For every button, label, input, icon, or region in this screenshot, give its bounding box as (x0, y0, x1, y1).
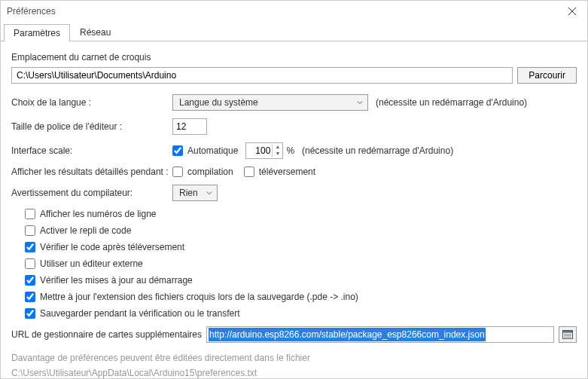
verbose-label: Afficher les résultats détaillés pendant… (11, 167, 172, 177)
language-select[interactable]: Langue du système (172, 94, 368, 111)
boards-url-value: http://arduino.esp8266.com/stable/packag… (209, 328, 486, 341)
window-title: Préférences (7, 6, 56, 17)
svg-rect-3 (563, 331, 573, 333)
close-button[interactable] (557, 1, 587, 22)
tab-settings[interactable]: Paramètres (4, 24, 70, 41)
scale-auto-checkbox[interactable]: Automatique (172, 145, 238, 156)
warnings-select[interactable]: Rien (172, 185, 218, 201)
spin-down-icon[interactable]: ▼ (273, 151, 282, 157)
scale-label: Interface scale: (11, 145, 172, 156)
sketchbook-label: Emplacement du carnet de croquis (11, 52, 577, 63)
footnote-line1: Davantage de préférences peuvent être éd… (11, 350, 577, 365)
check-codefold[interactable]: Activer le repli de code (25, 225, 577, 236)
chevron-down-icon (357, 99, 363, 105)
footnote-line2: C:\Users\Utilisateur\AppData\Local\Ardui… (11, 365, 577, 379)
check-linenumbers[interactable]: Afficher les numéros de ligne (25, 209, 577, 219)
warnings-label: Avertissement du compilateur: (11, 188, 172, 198)
browse-button[interactable]: Parcourir (517, 67, 577, 84)
chevron-down-icon (206, 190, 212, 196)
boards-url-label: URL de gestionnaire de cartes supplément… (11, 329, 202, 340)
language-hint: (nécessite un redémarrage d'Arduino) (376, 97, 527, 108)
scale-pct: % (286, 145, 294, 156)
tabs: Paramètres Réseau (1, 23, 587, 41)
language-value: Langue du système (179, 97, 258, 108)
scale-value-input[interactable] (246, 144, 272, 157)
check-save-verify[interactable]: Sauvegarder pendant la vérification ou l… (25, 308, 577, 319)
check-updates[interactable]: Vérifier les mises à jour au démarrage (25, 275, 577, 286)
boards-url-edit-button[interactable] (559, 326, 577, 343)
window-list-icon (562, 330, 573, 339)
scale-spinbox[interactable]: ▲▼ (245, 142, 283, 159)
fontsize-input[interactable] (172, 118, 207, 135)
check-verify-upload[interactable]: Vérifier le code après téléversement (25, 242, 577, 252)
spin-up-icon[interactable]: ▲ (273, 144, 282, 151)
verbose-compile-checkbox[interactable]: compilation (172, 167, 233, 177)
warnings-value: Rien (179, 188, 198, 198)
check-external-editor[interactable]: Utiliser un éditeur externe (25, 258, 577, 269)
fontsize-label: Taille de police de l'éditeur : (11, 121, 172, 132)
boards-url-input[interactable]: http://arduino.esp8266.com/stable/packag… (206, 326, 554, 343)
titlebar: Préférences (1, 1, 587, 22)
tab-network[interactable]: Réseau (70, 23, 120, 41)
check-update-ext[interactable]: Mettre à jour l'extension des fichiers c… (25, 292, 577, 302)
footnote: Davantage de préférences peuvent être éd… (11, 350, 577, 379)
verbose-upload-checkbox[interactable]: téléversement (244, 167, 315, 177)
scale-hint: (nécessite un redémarrage d'Arduino) (302, 145, 453, 156)
language-label: Choix de la langue : (11, 97, 172, 108)
sketchbook-path-input[interactable] (11, 67, 513, 84)
